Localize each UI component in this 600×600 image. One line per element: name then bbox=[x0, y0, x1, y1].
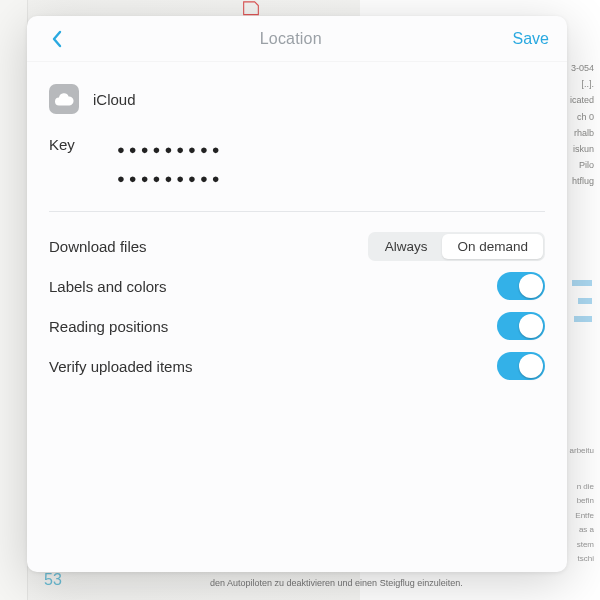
key-row: Key ●●●●●●●●● ●●●●●●●●● bbox=[49, 136, 545, 193]
labels-colors-row: Labels and colors bbox=[49, 266, 545, 306]
bg-bar bbox=[572, 280, 592, 286]
toggle-knob bbox=[519, 354, 543, 378]
download-files-row: Download files Always On demand bbox=[49, 226, 545, 266]
bg-frag: tschi bbox=[564, 552, 594, 566]
bg-frag: stem bbox=[564, 538, 594, 552]
provider-row[interactable]: iCloud bbox=[49, 84, 545, 114]
verify-uploaded-row: Verify uploaded items bbox=[49, 346, 545, 386]
modal-title: Location bbox=[260, 30, 322, 48]
provider-name: iCloud bbox=[93, 91, 136, 108]
bg-para: n die befin Entfe as a stem tschi bbox=[564, 480, 594, 566]
bg-page-number: 53 bbox=[44, 571, 62, 589]
pdf-icon bbox=[240, 0, 262, 16]
bg-frag: n die bbox=[564, 480, 594, 494]
settings-section: Download files Always On demand Labels a… bbox=[27, 212, 567, 386]
segment-on-demand[interactable]: On demand bbox=[442, 234, 543, 259]
download-files-label: Download files bbox=[49, 238, 147, 255]
verify-uploaded-label: Verify uploaded items bbox=[49, 358, 192, 375]
bg-frag: Entfe bbox=[564, 509, 594, 523]
reading-positions-toggle[interactable] bbox=[497, 312, 545, 340]
modal-header: Location Save bbox=[27, 16, 567, 62]
verify-uploaded-toggle[interactable] bbox=[497, 352, 545, 380]
bg-bar bbox=[574, 316, 592, 322]
key-field-1[interactable]: ●●●●●●●●● bbox=[117, 136, 224, 165]
provider-section: iCloud Key ●●●●●●●●● ●●●●●●●●● bbox=[27, 62, 567, 203]
segment-always[interactable]: Always bbox=[370, 234, 443, 259]
bg-frag: as a bbox=[564, 523, 594, 537]
key-field-2[interactable]: ●●●●●●●●● bbox=[117, 165, 224, 194]
reading-positions-label: Reading positions bbox=[49, 318, 168, 335]
labels-colors-label: Labels and colors bbox=[49, 278, 167, 295]
back-button[interactable] bbox=[45, 27, 69, 51]
key-values: ●●●●●●●●● ●●●●●●●●● bbox=[117, 136, 224, 193]
bg-gutter bbox=[0, 0, 28, 600]
chevron-left-icon bbox=[51, 30, 63, 48]
location-modal: Location Save iCloud Key ●●●●●●●●● ●●●●●… bbox=[27, 16, 567, 572]
cloud-icon bbox=[49, 84, 79, 114]
bg-caption: den Autopiloten zu deaktivieren und eine… bbox=[210, 578, 550, 588]
toggle-knob bbox=[519, 274, 543, 298]
download-segmented[interactable]: Always On demand bbox=[368, 232, 545, 261]
bg-bar bbox=[578, 298, 592, 304]
bg-frag: befin bbox=[564, 494, 594, 508]
labels-colors-toggle[interactable] bbox=[497, 272, 545, 300]
reading-positions-row: Reading positions bbox=[49, 306, 545, 346]
key-label: Key bbox=[49, 136, 79, 153]
save-button[interactable]: Save bbox=[513, 30, 549, 48]
bg-label: arbeitu bbox=[570, 446, 594, 455]
toggle-knob bbox=[519, 314, 543, 338]
